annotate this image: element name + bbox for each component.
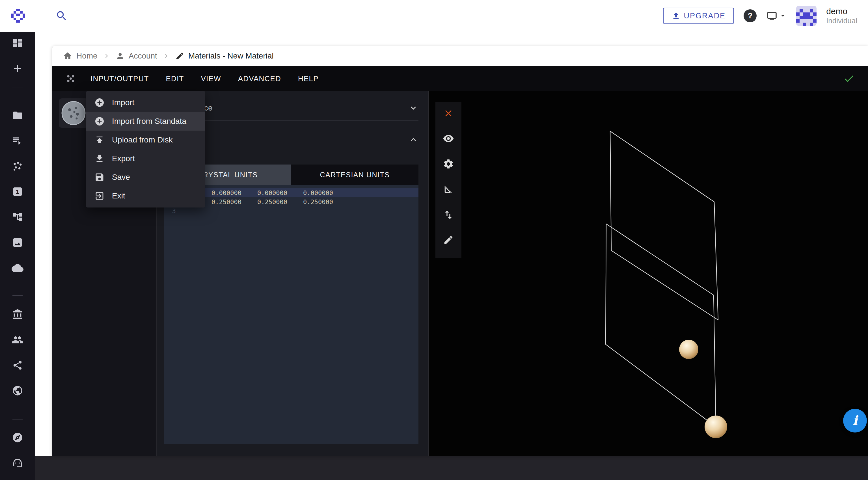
support-icon[interactable] — [12, 457, 23, 469]
menu-item-import[interactable]: Import — [86, 93, 205, 112]
coord-value: 0.000000 — [257, 189, 287, 196]
breadcrumb: Home Account Materials - New Material — [52, 46, 868, 66]
coord-value: 0.250000 — [303, 198, 333, 205]
pencil-icon — [175, 52, 184, 61]
add-circle-icon — [94, 98, 104, 108]
dashboard-icon[interactable] — [12, 37, 23, 49]
structure-viewer[interactable]: i — [429, 91, 868, 456]
user-plan: Individual — [826, 17, 857, 25]
sidebar-divider — [12, 88, 23, 88]
settings-icon[interactable] — [443, 158, 454, 170]
explore-icon[interactable] — [12, 432, 23, 443]
menu-input-output[interactable]: INPUT/OUTPUT — [91, 74, 149, 83]
breadcrumb-account[interactable]: Account — [116, 52, 157, 61]
sidebar-divider — [12, 419, 23, 420]
top-bar: UPGRADE ? demo Individual — [0, 0, 868, 32]
measure-icon[interactable] — [443, 184, 454, 195]
menu-item-exit[interactable]: Exit — [86, 187, 205, 205]
swap-vert-icon[interactable] — [443, 209, 454, 221]
menu-view[interactable]: VIEW — [201, 74, 221, 83]
atom-sphere — [679, 340, 699, 359]
tab-cartesian-units[interactable]: CARTESIAN UNITS — [291, 164, 418, 185]
material-one-icon[interactable]: 1 — [12, 186, 23, 197]
line-number: 3 — [164, 207, 182, 215]
basis-code-editor[interactable]: 1 0.000000 0.000000 0.000000 2 0.250000 … — [164, 185, 418, 444]
breadcrumb-current: Materials - New Material — [175, 52, 274, 61]
upload-icon — [94, 135, 104, 145]
coord-value: 0.250000 — [257, 198, 287, 205]
viewer-toolbar — [435, 102, 461, 258]
person-icon — [116, 52, 125, 61]
crystal-wireframe — [429, 91, 868, 456]
material-thumbnail[interactable] — [59, 98, 88, 128]
check-icon[interactable] — [843, 73, 855, 85]
media-image-icon[interactable] — [12, 237, 23, 248]
add-circle-icon — [94, 116, 104, 126]
help-label: ? — [748, 11, 753, 20]
topbar-actions: UPGRADE ? demo Individual — [663, 6, 868, 26]
save-icon — [94, 172, 104, 182]
visibility-icon[interactable] — [443, 133, 454, 144]
menu-advanced[interactable]: ADVANCED — [238, 74, 281, 83]
designer-logo-icon — [65, 73, 76, 84]
add-icon[interactable] — [11, 62, 24, 75]
user-name: demo — [826, 6, 857, 17]
user-avatar[interactable] — [796, 6, 816, 26]
chevron-up-icon[interactable] — [408, 134, 418, 145]
menu-item-export[interactable]: Export — [86, 149, 205, 168]
coord-value: 0.000000 — [303, 189, 333, 196]
lattice-section-label: ce — [204, 103, 213, 113]
input-output-menu: Import Import from Standata Upload from … — [86, 91, 205, 207]
designer-menubar: INPUT/OUTPUT EDIT VIEW ADVANCED HELP — [52, 66, 868, 91]
materials-dots-icon[interactable] — [12, 161, 23, 172]
coord-value: 0.000000 — [212, 189, 242, 196]
upgrade-label: UPGRADE — [684, 11, 726, 20]
menu-help[interactable]: HELP — [298, 74, 319, 83]
svg-text:1: 1 — [16, 188, 19, 195]
download-icon — [94, 154, 104, 164]
close-icon[interactable] — [443, 108, 454, 119]
workflows-tree-icon[interactable] — [12, 212, 23, 223]
upgrade-button[interactable]: UPGRADE — [663, 8, 734, 24]
menu-item-upload-from-disk[interactable]: Upload from Disk — [86, 131, 205, 149]
video-dropdown-icon[interactable] — [766, 10, 786, 22]
home-icon — [63, 51, 72, 61]
info-label: i — [852, 413, 857, 428]
menu-item-import-from-standata[interactable]: Import from Standata — [86, 112, 205, 131]
chevron-right-icon — [162, 52, 170, 60]
chevron-down-icon[interactable] — [408, 103, 418, 113]
folder-icon[interactable] — [12, 110, 23, 121]
exit-icon — [94, 191, 104, 201]
job-list-icon[interactable] — [12, 135, 23, 147]
caret-down-icon — [779, 12, 786, 20]
chevron-right-icon — [103, 52, 111, 60]
app-logo — [11, 9, 25, 23]
bottom-band — [35, 456, 868, 480]
cloud-icon[interactable] — [11, 262, 24, 274]
menu-edit[interactable]: EDIT — [166, 74, 184, 83]
bank-icon[interactable] — [12, 309, 23, 320]
breadcrumb-home[interactable]: Home — [63, 51, 97, 61]
info-button[interactable]: i — [843, 409, 867, 433]
share-icon[interactable] — [12, 360, 23, 371]
menu-item-save[interactable]: Save — [86, 168, 205, 187]
editor-line: 3 — [164, 206, 418, 215]
search-icon[interactable] — [55, 10, 68, 22]
atom-sphere — [705, 416, 727, 438]
app-sidebar: 1 — [0, 32, 35, 480]
globe-icon[interactable] — [12, 385, 23, 396]
team-icon[interactable] — [11, 334, 24, 346]
help-button[interactable]: ? — [744, 9, 756, 22]
coord-value: 0.250000 — [212, 198, 242, 205]
upload-icon — [672, 11, 681, 20]
user-info: demo Individual — [826, 6, 857, 25]
edit-icon[interactable] — [443, 235, 454, 245]
sidebar-divider — [12, 295, 23, 296]
